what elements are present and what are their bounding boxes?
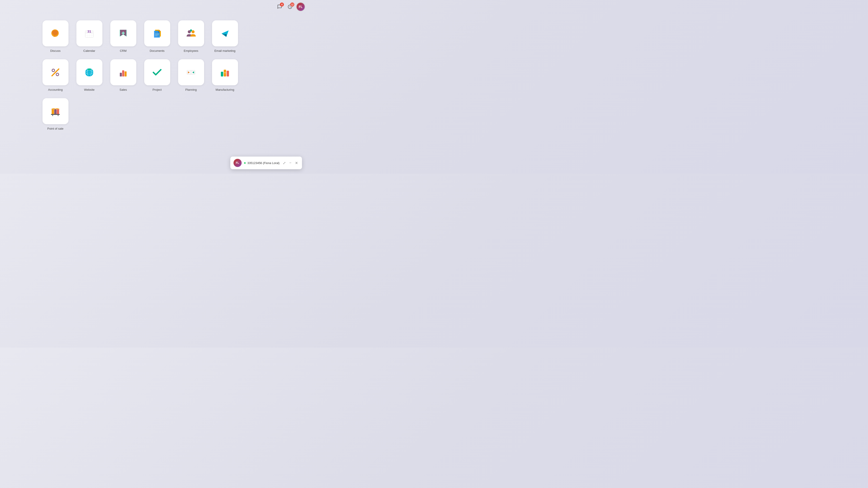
app-label-calendar: Calendar bbox=[84, 49, 95, 53]
app-icon-documents bbox=[144, 20, 170, 47]
app-icon-point-of-sale bbox=[42, 98, 68, 124]
svg-rect-47 bbox=[54, 109, 57, 114]
app-icon-employees bbox=[178, 20, 204, 47]
planning-svg bbox=[184, 66, 198, 79]
app-email-marketing[interactable]: Email marketing bbox=[210, 20, 240, 53]
app-employees[interactable]: Employees bbox=[176, 20, 206, 53]
svg-rect-37 bbox=[125, 71, 127, 77]
svg-rect-46 bbox=[52, 109, 54, 114]
email-marketing-svg bbox=[218, 27, 232, 40]
app-label-project: Project bbox=[153, 88, 162, 91]
app-label-planning: Planning bbox=[185, 88, 197, 91]
app-icon-discuss bbox=[42, 20, 68, 47]
app-discuss[interactable]: Discuss bbox=[41, 20, 70, 53]
app-planning[interactable]: Planning bbox=[176, 59, 206, 91]
svg-rect-35 bbox=[120, 73, 122, 77]
app-label-employees: Employees bbox=[184, 49, 198, 53]
svg-rect-48 bbox=[57, 109, 59, 114]
user-avatar-button[interactable]: FL bbox=[296, 2, 305, 11]
app-icon-project bbox=[144, 59, 170, 85]
app-label-website: Website bbox=[84, 88, 95, 91]
chat-minimize-button[interactable]: − bbox=[288, 161, 292, 165]
app-manufacturing[interactable]: Manufacturing bbox=[210, 59, 240, 91]
app-icon-crm bbox=[110, 20, 136, 47]
website-svg bbox=[83, 66, 96, 79]
app-icon-accounting bbox=[42, 59, 68, 85]
svg-point-21 bbox=[190, 29, 192, 31]
app-label-documents: Documents bbox=[150, 49, 164, 53]
topbar: 4 12 FL bbox=[272, 0, 309, 13]
clock-badge: 12 bbox=[290, 2, 294, 6]
svg-text:31: 31 bbox=[88, 29, 91, 33]
app-documents[interactable]: Documents bbox=[143, 20, 172, 53]
project-svg bbox=[150, 66, 164, 79]
app-calendar[interactable]: 31 Calendar bbox=[74, 20, 104, 53]
app-label-point-of-sale: Point of sale bbox=[47, 127, 64, 130]
documents-svg bbox=[150, 27, 164, 40]
employees-svg bbox=[184, 27, 198, 40]
app-label-manufacturing: Manufacturing bbox=[216, 88, 234, 91]
svg-rect-49 bbox=[51, 114, 60, 115]
clock-button[interactable]: 12 bbox=[286, 2, 294, 11]
app-label-crm: CRM bbox=[120, 49, 127, 53]
accounting-svg bbox=[49, 66, 62, 79]
app-accounting[interactable]: Accounting bbox=[41, 59, 70, 91]
chat-action-buttons: ⤢ − ✕ bbox=[282, 161, 299, 166]
app-website[interactable]: Website bbox=[74, 59, 104, 91]
svg-rect-44 bbox=[227, 70, 229, 77]
app-icon-manufacturing bbox=[212, 59, 238, 85]
messages-button[interactable]: 4 bbox=[275, 2, 284, 11]
app-icon-sales bbox=[110, 59, 136, 85]
app-crm[interactable]: CRM bbox=[108, 20, 138, 53]
sales-svg bbox=[116, 66, 130, 79]
svg-rect-36 bbox=[122, 70, 124, 77]
app-label-sales: Sales bbox=[120, 88, 127, 91]
avatar: FL bbox=[297, 3, 305, 11]
whatsapp-icon: ● bbox=[244, 161, 246, 165]
app-icon-email-marketing bbox=[212, 20, 238, 47]
pos-svg bbox=[49, 105, 62, 118]
chat-expand-button[interactable]: ⤢ bbox=[282, 161, 287, 166]
chat-contact-label: 335123456 (Fiona Loral) bbox=[247, 161, 279, 165]
chat-close-button[interactable]: ✕ bbox=[294, 161, 299, 166]
app-icon-planning bbox=[178, 59, 204, 85]
messages-badge: 4 bbox=[280, 2, 284, 6]
app-label-accounting: Accounting bbox=[48, 88, 63, 91]
app-icon-website bbox=[76, 59, 102, 85]
chat-popup: FL ● 335123456 (Fiona Loral) ⤢ − ✕ bbox=[230, 156, 302, 169]
calendar-svg: 31 bbox=[83, 27, 96, 40]
crm-svg bbox=[116, 27, 130, 40]
app-project[interactable]: Project bbox=[143, 59, 172, 91]
svg-rect-51 bbox=[58, 115, 59, 116]
discuss-svg bbox=[49, 27, 62, 40]
app-sales[interactable]: Sales bbox=[108, 59, 138, 91]
svg-point-29 bbox=[53, 69, 54, 71]
svg-rect-50 bbox=[53, 115, 53, 116]
svg-rect-42 bbox=[221, 72, 223, 77]
chat-contact-info: ● 335123456 (Fiona Loral) bbox=[244, 161, 280, 165]
svg-rect-43 bbox=[224, 70, 226, 77]
manufacturing-svg bbox=[218, 66, 232, 79]
app-icon-calendar: 31 bbox=[76, 20, 102, 47]
app-point-of-sale[interactable]: Point of sale bbox=[41, 98, 70, 130]
apps-grid: Discuss 31 Calendar bbox=[41, 20, 240, 130]
chat-contact-avatar: FL bbox=[234, 159, 242, 167]
app-label-email-marketing: Email marketing bbox=[214, 49, 235, 53]
svg-point-30 bbox=[57, 74, 58, 75]
app-label-discuss: Discuss bbox=[50, 49, 61, 53]
